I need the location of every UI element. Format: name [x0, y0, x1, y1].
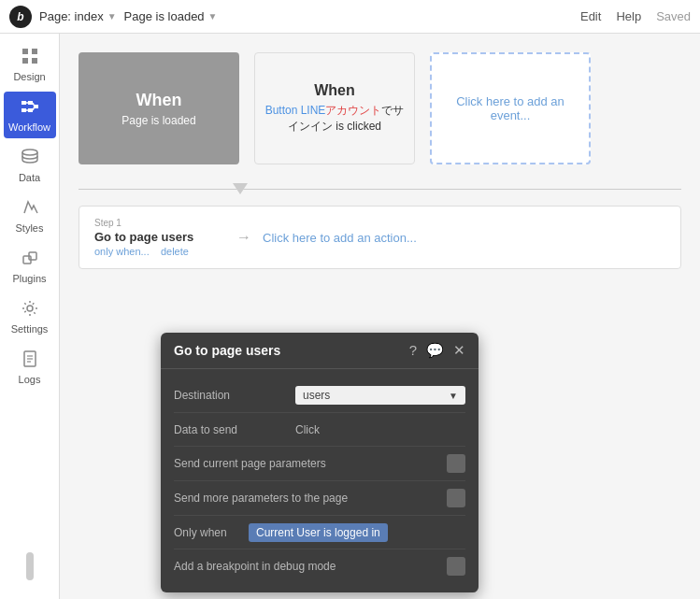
page-label: Page: index	[39, 9, 104, 23]
only-when-link[interactable]: only when...	[94, 246, 150, 257]
only-when-row: Only when Current User is logged in	[174, 516, 465, 549]
saved-status: Saved	[656, 9, 691, 23]
data-to-send-label: Data to send	[174, 423, 295, 436]
modal-title: Go to page users	[174, 343, 280, 358]
logs-label: Logs	[19, 374, 41, 385]
step-box: Step 1 Go to page users only when... del…	[94, 218, 225, 257]
sidebar: Design Workflow	[0, 34, 60, 599]
delete-link[interactable]: delete	[161, 246, 189, 257]
step-label: Step 1	[94, 218, 225, 228]
send-current-label: Send current page parameters	[174, 457, 361, 470]
destination-selected: users	[303, 389, 330, 402]
page-chevron-icon: ▼	[107, 11, 117, 21]
sidebar-item-settings[interactable]: Settings	[4, 293, 56, 340]
help-icon[interactable]: ?	[409, 342, 417, 359]
sidebar-item-logs[interactable]: Logs	[4, 344, 56, 391]
step-row: Step 1 Go to page users only when... del…	[79, 206, 681, 269]
send-more-checkbox[interactable]	[447, 489, 465, 507]
chat-icon[interactable]: 💬	[426, 342, 444, 359]
add-action-link[interactable]: Click here to add an action...	[263, 231, 417, 245]
breakpoint-toggle	[361, 557, 465, 576]
sidebar-item-workflow[interactable]: Workflow	[4, 92, 56, 138]
event-card-button-clicked[interactable]: When Button LINEアカウントでサインイン is clicked	[254, 52, 415, 164]
settings-icon	[21, 299, 39, 321]
workflow-label: Workflow	[8, 121, 50, 133]
event-page-loaded-label: Page is loaded	[121, 114, 195, 127]
logo: b	[9, 6, 32, 28]
destination-chevron-icon: ▼	[449, 391, 458, 401]
trigger-label: Page is loaded	[124, 9, 205, 23]
styles-label: Styles	[16, 222, 44, 234]
sidebar-item-plugins[interactable]: Plugins	[4, 243, 56, 290]
only-when-condition[interactable]: Current User is logged in	[249, 523, 388, 542]
sidebar-item-data[interactable]: Data	[4, 142, 56, 189]
help-link[interactable]: Help	[616, 9, 641, 23]
close-icon[interactable]: ✕	[453, 342, 465, 359]
divider-arrow-icon	[233, 183, 248, 194]
destination-label: Destination	[174, 389, 295, 402]
add-event-card[interactable]: Click here to add an event...	[430, 52, 591, 164]
logs-icon	[21, 349, 39, 371]
svg-point-16	[27, 306, 33, 311]
modal-header: Go to page users ? 💬 ✕	[161, 333, 479, 369]
svg-rect-7	[28, 108, 33, 112]
edit-link[interactable]: Edit	[580, 9, 601, 23]
svg-rect-4	[21, 101, 26, 105]
page-selector[interactable]: Page: index ▼	[39, 9, 117, 23]
send-current-checkbox[interactable]	[447, 454, 465, 473]
send-current-toggle	[361, 454, 465, 473]
data-to-send-value[interactable]: Click	[295, 423, 465, 436]
data-icon	[21, 148, 39, 169]
destination-value: users ▼	[295, 386, 465, 405]
topbar: b Page: index ▼ Page is loaded ▼ Edit He…	[0, 0, 700, 34]
event-button-sub: Button LINEアカウントでサインイン is clicked	[264, 103, 405, 135]
data-to-send-row: Data to send Click	[174, 413, 465, 447]
sidebar-item-design[interactable]: Design	[4, 41, 56, 88]
design-label: Design	[13, 71, 45, 82]
event-when-label-2: When	[314, 82, 355, 99]
svg-line-12	[33, 107, 35, 110]
svg-rect-3	[32, 58, 37, 64]
canvas-divider	[79, 189, 681, 190]
svg-rect-0	[22, 49, 28, 54]
breakpoint-row: Add a breakpoint in debug mode	[174, 549, 465, 583]
destination-row: Destination users ▼	[174, 378, 465, 413]
settings-label: Settings	[11, 323, 49, 335]
breakpoint-checkbox[interactable]	[447, 557, 465, 576]
sidebar-expand-handle[interactable]	[26, 552, 34, 580]
send-current-row: Send current page parameters	[174, 447, 465, 481]
svg-line-11	[33, 103, 35, 107]
topbar-right: Edit Help Saved	[580, 9, 691, 23]
svg-rect-2	[22, 58, 28, 64]
data-label: Data	[19, 172, 40, 183]
step-meta: only when... delete	[94, 246, 225, 257]
workflow-icon	[21, 97, 39, 119]
svg-rect-1	[32, 49, 37, 54]
plugins-icon	[21, 249, 39, 270]
destination-select[interactable]: users ▼	[295, 386, 465, 405]
trigger-selector[interactable]: Page is loaded ▼	[124, 9, 218, 23]
main-layout: Design Workflow	[0, 34, 700, 599]
modal-header-icons: ? 💬 ✕	[409, 342, 465, 359]
styles-icon	[21, 198, 39, 220]
svg-point-13	[22, 150, 37, 155]
breakpoint-label: Add a breakpoint in debug mode	[174, 560, 361, 573]
sidebar-item-styles[interactable]: Styles	[4, 193, 56, 239]
only-when-label: Only when	[174, 526, 249, 539]
add-event-label: Click here to add an event...	[441, 94, 579, 122]
workflow-canvas: When Page is loaded When Button LINEアカウン…	[60, 34, 700, 599]
events-row: When Page is loaded When Button LINEアカウン…	[79, 52, 681, 164]
send-more-toggle	[361, 489, 465, 507]
event-card-page-loaded[interactable]: When Page is loaded	[79, 52, 239, 164]
svg-rect-6	[21, 108, 26, 112]
svg-rect-8	[35, 105, 38, 108]
svg-rect-5	[28, 101, 33, 105]
plugins-label: Plugins	[12, 273, 46, 284]
step-arrow-icon: →	[236, 229, 251, 246]
event-when-label: When	[136, 91, 182, 110]
only-when-value-container: Current User is logged in	[249, 526, 465, 539]
design-icon	[21, 47, 39, 68]
step-title[interactable]: Go to page users	[94, 230, 225, 244]
trigger-chevron-icon: ▼	[208, 11, 218, 21]
modal-body: Destination users ▼ Data to send Click	[161, 369, 479, 592]
